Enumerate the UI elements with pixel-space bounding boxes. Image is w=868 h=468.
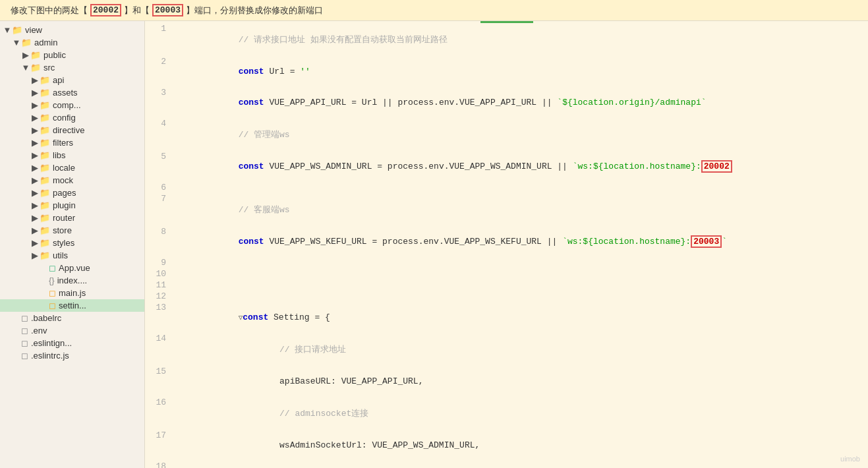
label-libs: libs [53,150,66,160]
label-app-vue: App.vue [59,263,90,273]
folder-icon-store: 📁 [40,225,50,235]
arrow-pages: ▶ [30,188,40,198]
sidebar-item-admin[interactable]: ▼ 📁 admin [0,36,144,49]
label-babelrc: .babelrc [31,313,61,323]
banner-text-middle: 】和【 [124,5,150,16]
arrow-assets: ▶ [30,88,40,98]
folder-icon-locale: 📁 [40,163,50,173]
banner-text-after: 】端口，分别替换成你修改的新端口 [186,5,323,16]
arrow-comp: ▶ [30,100,40,110]
code-editor[interactable]: 1 // 请求接口地址 如果没有配置自动获取当前网址路径 2 const Url… [145,21,868,468]
arrow-admin: ▼ [12,38,21,47]
sidebar-item-api[interactable]: ▶ 📁 api [0,74,144,86]
code-line-14: 14 // 接口请求地址 [145,333,868,366]
sidebar-item-locale[interactable]: ▶ 📁 locale [0,161,144,174]
code-line-3: 3 const VUE_APP_API_URL = Url || process… [145,87,868,118]
label-pages: pages [53,188,76,198]
label-settings: settin... [59,301,86,310]
line-num-3: 3 [145,87,171,118]
code-line-16: 16 // adminsocket连接 [145,397,868,430]
label-router: router [53,213,75,223]
comment-1: // 请求接口地址 如果没有配置自动获取当前网址路径 [239,35,448,45]
folder-icon-router: 📁 [40,213,50,223]
progress-bar [480,21,533,23]
line-num-7: 7 [145,193,171,226]
sidebar-item-pages[interactable]: ▶ 📁 pages [0,187,144,199]
sidebar-item-router[interactable]: ▶ 📁 router [0,212,144,224]
sidebar-item-utils[interactable]: ▶ 📁 utils [0,249,144,262]
sidebar-item-babelrc[interactable]: ▶ ◻ .babelrc [0,312,144,324]
sidebar-item-src[interactable]: ▼ 📁 src [0,61,144,74]
arrow-directive: ▶ [30,125,40,135]
file-icon-babelrc: ◻ [21,313,28,323]
folder-icon-comp: 📁 [40,100,50,110]
label-directive: directive [53,125,84,135]
sidebar-item-public[interactable]: ▶ 📁 public [0,49,144,61]
line-code-12 [171,291,868,302]
sidebar-item-settings[interactable]: ▶ ◻ settin... [0,299,144,312]
folder-icon-libs: 📁 [40,150,50,160]
line-num-13: 13 [145,302,171,333]
sidebar-item-store[interactable]: ▶ 📁 store [0,224,144,237]
line-num-10: 10 [145,268,171,279]
arrow-mock: ▶ [30,175,40,185]
line-code-11 [171,279,868,291]
sidebar-item-mock[interactable]: ▶ 📁 mock [0,174,144,187]
sidebar-item-assets[interactable]: ▶ 📁 assets [0,86,144,99]
folder-icon-pages: 📁 [40,188,50,198]
sidebar-item-main-js[interactable]: ▶ ◻ main.js [0,287,144,299]
sidebar-item-eslintign[interactable]: ▶ ◻ .eslintign... [0,337,144,349]
code-table: 1 // 请求接口地址 如果没有配置自动获取当前网址路径 2 const Url… [145,23,868,468]
sidebar-item-styles[interactable]: ▶ 📁 styles [0,237,144,249]
line-code-4: // 管理端ws [171,118,868,151]
arrow-store: ▶ [30,225,40,235]
sidebar-item-filters[interactable]: ▶ 📁 filters [0,136,144,149]
kw-const-2: const [239,67,264,76]
sidebar-item-app-vue[interactable]: ▶ ◻ App.vue [0,262,144,274]
line-num-15: 15 [145,366,171,397]
code-line-18: 18 // kefusocket连接 [145,461,868,468]
label-index: index.... [57,276,88,285]
arrow-router: ▶ [30,213,40,223]
line-num-8: 8 [145,226,171,257]
sidebar-item-directive[interactable]: ▶ 📁 directive [0,124,144,136]
kw-const-8: const [239,237,264,247]
sidebar-item-eslintrc[interactable]: ▶ ◻ .eslintrc.js [0,349,144,362]
folder-icon-public: 📁 [30,50,41,60]
label-src: src [43,63,55,73]
code-line-5: 5 const VUE_APP_WS_ADMIN_URL = process.e… [145,151,868,182]
sidebar-item-config[interactable]: ▶ 📁 config [0,111,144,124]
file-icon-eslintrc: ◻ [21,351,28,361]
folder-icon-filters: 📁 [40,138,50,148]
sidebar-item-comp[interactable]: ▶ 📁 comp... [0,99,144,111]
line-num-12: 12 [145,291,171,302]
line-code-13: ▽const Setting = { [171,302,868,333]
line-code-2: const Url = '' [171,56,868,87]
folder-icon-config: 📁 [40,113,50,123]
sidebar-item-index[interactable]: ▶ {} index.... [0,274,144,287]
code-line-6: 6 [145,182,868,193]
arrow-locale: ▶ [30,163,40,173]
string-8a: `ws:${location.hostname}: [562,237,691,247]
label-store: store [53,225,72,235]
line-code-14: // 接口请求地址 [171,333,868,366]
comment-7: // 客服端ws [239,205,290,215]
line-code-16: // adminsocket连接 [171,397,868,430]
sidebar-item-env[interactable]: ▶ ◻ .env [0,324,144,337]
line-num-4: 4 [145,118,171,151]
code-line-11: 11 [145,279,868,291]
banner-text-before: 修改下图中的两处【 [11,5,88,16]
arrow-plugin: ▶ [30,200,40,210]
sidebar-item-plugin[interactable]: ▶ 📁 plugin [0,199,144,212]
file-icon-vue: ◻ [49,263,56,273]
line-code-1: // 请求接口地址 如果没有配置自动获取当前网址路径 [171,23,868,56]
folder-icon-src: 📁 [30,63,41,73]
port2-highlight: 20003 [152,4,183,16]
sidebar-item-view[interactable]: ▼ 📁 view [0,24,144,36]
label-locale: locale [53,163,75,173]
file-icon-index: {} [49,276,55,285]
arrow-public: ▶ [21,50,30,60]
label-comp: comp... [53,100,81,110]
line-num-6: 6 [145,182,171,193]
sidebar-item-libs[interactable]: ▶ 📁 libs [0,149,144,161]
